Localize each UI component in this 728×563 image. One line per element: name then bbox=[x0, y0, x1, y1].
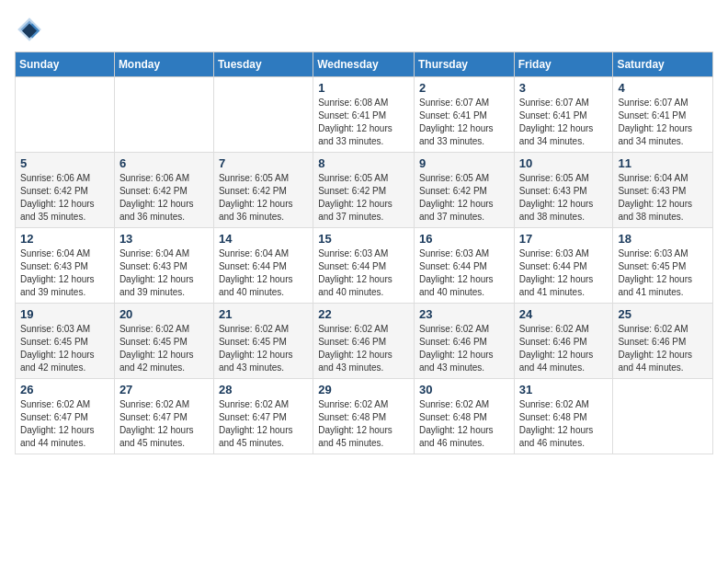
calendar-table: SundayMondayTuesdayWednesdayThursdayFrid… bbox=[15, 52, 713, 454]
day-info: Sunrise: 6:05 AM Sunset: 6:42 PM Dayligh… bbox=[219, 172, 308, 224]
day-number: 8 bbox=[318, 156, 409, 170]
week-row-1: 1Sunrise: 6:08 AM Sunset: 6:41 PM Daylig… bbox=[16, 77, 713, 153]
day-cell-8: 8Sunrise: 6:05 AM Sunset: 6:42 PM Daylig… bbox=[313, 153, 415, 228]
weekday-header-monday: Monday bbox=[114, 52, 213, 77]
day-info: Sunrise: 6:05 AM Sunset: 6:42 PM Dayligh… bbox=[419, 172, 509, 224]
day-number: 7 bbox=[219, 156, 308, 170]
empty-cell bbox=[213, 77, 313, 153]
day-info: Sunrise: 6:05 AM Sunset: 6:42 PM Dayligh… bbox=[318, 172, 409, 224]
day-info: Sunrise: 6:06 AM Sunset: 6:42 PM Dayligh… bbox=[119, 172, 209, 224]
week-row-4: 19Sunrise: 6:03 AM Sunset: 6:45 PM Dayli… bbox=[16, 304, 713, 379]
day-number: 13 bbox=[119, 232, 209, 246]
day-info: Sunrise: 6:02 AM Sunset: 6:47 PM Dayligh… bbox=[20, 398, 109, 450]
day-number: 17 bbox=[519, 232, 609, 246]
day-number: 20 bbox=[119, 307, 209, 321]
day-number: 15 bbox=[318, 232, 409, 246]
logo-icon bbox=[15, 15, 44, 44]
day-cell-20: 20Sunrise: 6:02 AM Sunset: 6:45 PM Dayli… bbox=[114, 304, 213, 379]
day-number: 18 bbox=[618, 232, 708, 246]
day-info: Sunrise: 6:02 AM Sunset: 6:48 PM Dayligh… bbox=[519, 398, 609, 450]
day-cell-10: 10Sunrise: 6:05 AM Sunset: 6:43 PM Dayli… bbox=[514, 153, 613, 228]
day-number: 28 bbox=[219, 383, 308, 396]
day-number: 23 bbox=[419, 307, 509, 321]
day-number: 6 bbox=[119, 156, 209, 170]
day-number: 29 bbox=[318, 383, 409, 396]
day-info: Sunrise: 6:02 AM Sunset: 6:45 PM Dayligh… bbox=[219, 323, 308, 374]
day-cell-30: 30Sunrise: 6:02 AM Sunset: 6:48 PM Dayli… bbox=[414, 379, 514, 454]
day-info: Sunrise: 6:08 AM Sunset: 6:41 PM Dayligh… bbox=[318, 97, 409, 148]
day-cell-26: 26Sunrise: 6:02 AM Sunset: 6:47 PM Dayli… bbox=[16, 379, 115, 454]
day-cell-4: 4Sunrise: 6:07 AM Sunset: 6:41 PM Daylig… bbox=[613, 77, 713, 153]
day-cell-2: 2Sunrise: 6:07 AM Sunset: 6:41 PM Daylig… bbox=[414, 77, 514, 153]
empty-cell bbox=[114, 77, 213, 153]
day-number: 5 bbox=[20, 156, 109, 170]
day-cell-21: 21Sunrise: 6:02 AM Sunset: 6:45 PM Dayli… bbox=[213, 304, 313, 379]
day-cell-15: 15Sunrise: 6:03 AM Sunset: 6:44 PM Dayli… bbox=[313, 228, 415, 304]
weekday-header-tuesday: Tuesday bbox=[213, 52, 313, 77]
day-cell-25: 25Sunrise: 6:02 AM Sunset: 6:46 PM Dayli… bbox=[613, 304, 713, 379]
day-info: Sunrise: 6:02 AM Sunset: 6:48 PM Dayligh… bbox=[419, 398, 509, 450]
day-number: 24 bbox=[519, 307, 609, 321]
day-number: 27 bbox=[119, 383, 209, 396]
day-number: 2 bbox=[419, 81, 509, 95]
day-cell-6: 6Sunrise: 6:06 AM Sunset: 6:42 PM Daylig… bbox=[114, 153, 213, 228]
day-number: 16 bbox=[419, 232, 509, 246]
day-info: Sunrise: 6:06 AM Sunset: 6:42 PM Dayligh… bbox=[20, 172, 109, 224]
day-info: Sunrise: 6:03 AM Sunset: 6:44 PM Dayligh… bbox=[419, 247, 509, 299]
day-info: Sunrise: 6:04 AM Sunset: 6:43 PM Dayligh… bbox=[20, 247, 109, 299]
day-number: 1 bbox=[318, 81, 409, 95]
day-cell-14: 14Sunrise: 6:04 AM Sunset: 6:44 PM Dayli… bbox=[213, 228, 313, 304]
empty-cell bbox=[16, 77, 115, 153]
day-info: Sunrise: 6:02 AM Sunset: 6:45 PM Dayligh… bbox=[119, 323, 209, 374]
day-info: Sunrise: 6:04 AM Sunset: 6:43 PM Dayligh… bbox=[119, 247, 209, 299]
day-cell-23: 23Sunrise: 6:02 AM Sunset: 6:46 PM Dayli… bbox=[414, 304, 514, 379]
week-row-2: 5Sunrise: 6:06 AM Sunset: 6:42 PM Daylig… bbox=[16, 153, 713, 228]
day-cell-18: 18Sunrise: 6:03 AM Sunset: 6:45 PM Dayli… bbox=[613, 228, 713, 304]
page-header bbox=[15, 15, 713, 44]
day-cell-9: 9Sunrise: 6:05 AM Sunset: 6:42 PM Daylig… bbox=[414, 153, 514, 228]
day-info: Sunrise: 6:04 AM Sunset: 6:44 PM Dayligh… bbox=[219, 247, 308, 299]
day-cell-16: 16Sunrise: 6:03 AM Sunset: 6:44 PM Dayli… bbox=[414, 228, 514, 304]
day-number: 14 bbox=[219, 232, 308, 246]
empty-cell bbox=[613, 379, 713, 454]
day-number: 11 bbox=[618, 156, 708, 170]
weekday-header-thursday: Thursday bbox=[414, 52, 514, 77]
day-number: 31 bbox=[519, 383, 609, 396]
day-info: Sunrise: 6:02 AM Sunset: 6:46 PM Dayligh… bbox=[419, 323, 509, 374]
day-cell-12: 12Sunrise: 6:04 AM Sunset: 6:43 PM Dayli… bbox=[16, 228, 115, 304]
weekday-header-wednesday: Wednesday bbox=[313, 52, 415, 77]
day-number: 10 bbox=[519, 156, 609, 170]
day-number: 4 bbox=[618, 81, 708, 95]
day-info: Sunrise: 6:05 AM Sunset: 6:43 PM Dayligh… bbox=[519, 172, 609, 224]
day-cell-13: 13Sunrise: 6:04 AM Sunset: 6:43 PM Dayli… bbox=[114, 228, 213, 304]
day-cell-1: 1Sunrise: 6:08 AM Sunset: 6:41 PM Daylig… bbox=[313, 77, 415, 153]
day-number: 3 bbox=[519, 81, 609, 95]
day-cell-17: 17Sunrise: 6:03 AM Sunset: 6:44 PM Dayli… bbox=[514, 228, 613, 304]
weekday-header-saturday: Saturday bbox=[613, 52, 713, 77]
day-cell-29: 29Sunrise: 6:02 AM Sunset: 6:48 PM Dayli… bbox=[313, 379, 415, 454]
day-info: Sunrise: 6:02 AM Sunset: 6:46 PM Dayligh… bbox=[519, 323, 609, 374]
day-number: 21 bbox=[219, 307, 308, 321]
day-info: Sunrise: 6:03 AM Sunset: 6:44 PM Dayligh… bbox=[318, 247, 409, 299]
day-info: Sunrise: 6:07 AM Sunset: 6:41 PM Dayligh… bbox=[618, 97, 708, 148]
day-number: 9 bbox=[419, 156, 509, 170]
weekday-header-friday: Friday bbox=[514, 52, 613, 77]
day-cell-24: 24Sunrise: 6:02 AM Sunset: 6:46 PM Dayli… bbox=[514, 304, 613, 379]
day-cell-7: 7Sunrise: 6:05 AM Sunset: 6:42 PM Daylig… bbox=[213, 153, 313, 228]
day-info: Sunrise: 6:03 AM Sunset: 6:45 PM Dayligh… bbox=[618, 247, 708, 299]
day-info: Sunrise: 6:03 AM Sunset: 6:45 PM Dayligh… bbox=[20, 323, 109, 374]
day-info: Sunrise: 6:02 AM Sunset: 6:46 PM Dayligh… bbox=[618, 323, 708, 374]
day-number: 12 bbox=[20, 232, 109, 246]
day-info: Sunrise: 6:02 AM Sunset: 6:46 PM Dayligh… bbox=[318, 323, 409, 374]
day-cell-28: 28Sunrise: 6:02 AM Sunset: 6:47 PM Dayli… bbox=[213, 379, 313, 454]
day-cell-3: 3Sunrise: 6:07 AM Sunset: 6:41 PM Daylig… bbox=[514, 77, 613, 153]
weekday-header-row: SundayMondayTuesdayWednesdayThursdayFrid… bbox=[16, 52, 713, 77]
day-info: Sunrise: 6:07 AM Sunset: 6:41 PM Dayligh… bbox=[419, 97, 509, 148]
day-cell-31: 31Sunrise: 6:02 AM Sunset: 6:48 PM Dayli… bbox=[514, 379, 613, 454]
day-cell-19: 19Sunrise: 6:03 AM Sunset: 6:45 PM Dayli… bbox=[16, 304, 115, 379]
day-number: 30 bbox=[419, 383, 509, 396]
day-cell-5: 5Sunrise: 6:06 AM Sunset: 6:42 PM Daylig… bbox=[16, 153, 115, 228]
day-number: 25 bbox=[618, 307, 708, 321]
day-info: Sunrise: 6:02 AM Sunset: 6:47 PM Dayligh… bbox=[119, 398, 209, 450]
day-info: Sunrise: 6:02 AM Sunset: 6:48 PM Dayligh… bbox=[318, 398, 409, 450]
